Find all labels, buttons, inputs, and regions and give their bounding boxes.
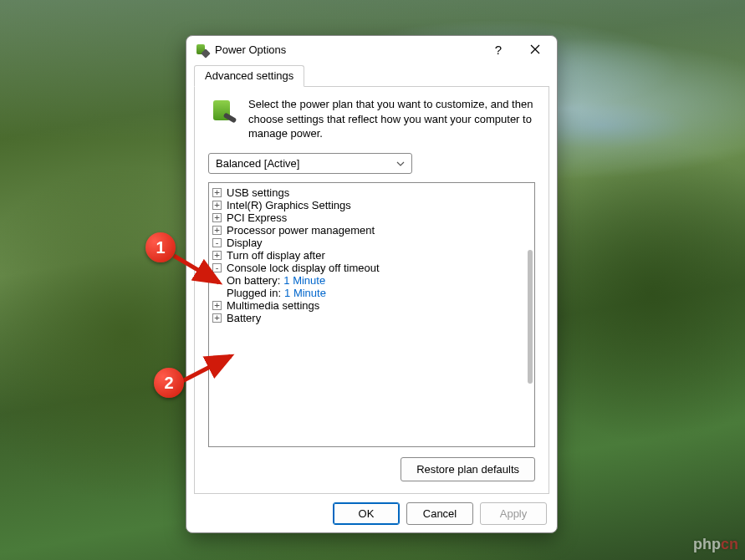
power-options-dialog: Power Options ? Advanced settings Select…: [186, 35, 558, 533]
chevron-down-icon: [396, 159, 405, 168]
svg-line-3: [182, 356, 231, 381]
close-icon: [530, 44, 540, 54]
power-plan-select[interactable]: Balanced [Active]: [208, 153, 412, 174]
tree-label: USB settings: [227, 186, 289, 199]
watermark-suffix: cn: [721, 536, 738, 552]
expand-icon[interactable]: +: [212, 301, 222, 310]
close-button[interactable]: [517, 37, 554, 62]
watermark-brand: php: [693, 536, 721, 552]
setting-value[interactable]: 1 Minute: [283, 274, 325, 287]
intro-text: Select the power plan that you want to c…: [248, 97, 535, 141]
help-icon: ?: [495, 43, 502, 57]
tree-label: Battery: [227, 312, 261, 324]
restore-row: Restore plan defaults: [208, 447, 535, 481]
power-icon: [195, 43, 208, 56]
apply-button: Apply: [480, 502, 547, 525]
tree-item-processor-power[interactable]: + Processor power management: [212, 224, 533, 237]
setting-value[interactable]: 1 Minute: [284, 287, 326, 299]
tree-item-intel-graphics[interactable]: + Intel(R) Graphics Settings: [212, 199, 533, 211]
tree-label: Display: [227, 237, 263, 249]
tree-item-turn-off-display[interactable]: + Turn off display after: [212, 249, 533, 262]
help-button[interactable]: ?: [480, 37, 517, 62]
tree-label: Turn off display after: [227, 249, 325, 262]
collapse-icon[interactable]: -: [212, 238, 222, 247]
annotation-arrow-1: [167, 251, 234, 293]
tree-item-battery[interactable]: + Battery: [212, 312, 533, 324]
intro: Select the power plan that you want to c…: [208, 97, 535, 141]
tree-item-display[interactable]: - Display: [212, 237, 533, 249]
expand-icon[interactable]: +: [212, 213, 222, 222]
tab-advanced-settings[interactable]: Advanced settings: [194, 65, 304, 87]
ok-button[interactable]: OK: [333, 502, 400, 525]
scrollbar-thumb[interactable]: [528, 250, 533, 384]
tree-item-multimedia[interactable]: + Multimedia settings: [212, 299, 533, 312]
tree-item-pci-express[interactable]: + PCI Express: [212, 211, 533, 224]
setting-label: Plugged in:: [227, 287, 281, 299]
tree-label: Intel(R) Graphics Settings: [227, 199, 351, 211]
power-plan-icon: [208, 97, 238, 127]
window-title: Power Options: [215, 43, 286, 56]
tree-label: Console lock display off timeout: [227, 262, 380, 274]
badge-label: 1: [156, 238, 165, 257]
tree-item-usb-settings[interactable]: + USB settings: [212, 186, 533, 199]
tree-label: Processor power management: [227, 224, 375, 237]
cancel-button[interactable]: Cancel: [406, 502, 473, 525]
badge-label: 2: [164, 374, 173, 393]
settings-tree[interactable]: + USB settings + Intel(R) Graphics Setti…: [208, 182, 535, 447]
tab-panel: Select the power plan that you want to c…: [194, 87, 549, 494]
annotation-arrow-2: [179, 348, 246, 389]
setting-label: On battery:: [227, 274, 280, 287]
power-plan-selected: Balanced [Active]: [216, 157, 299, 170]
tree-label: PCI Express: [227, 211, 287, 224]
expand-icon[interactable]: +: [212, 226, 222, 235]
tree-item-on-battery[interactable]: On battery: 1 Minute: [212, 274, 533, 287]
expand-icon[interactable]: +: [212, 201, 222, 210]
watermark: phpcn: [693, 536, 738, 553]
annotation-badge-2: 2: [154, 368, 184, 398]
dialog-footer: OK Cancel Apply: [186, 494, 557, 532]
expand-icon[interactable]: +: [212, 313, 222, 323]
tree-label: Multimedia settings: [227, 299, 319, 312]
tree-item-plugged-in[interactable]: Plugged in: 1 Minute: [212, 287, 533, 299]
restore-defaults-button[interactable]: Restore plan defaults: [401, 457, 535, 481]
titlebar: Power Options ?: [186, 36, 557, 63]
annotation-badge-1: 1: [145, 232, 176, 262]
svg-line-2: [174, 256, 219, 283]
expand-icon[interactable]: +: [212, 188, 222, 197]
tabstrip: Advanced settings: [186, 63, 557, 87]
tree-item-console-lock-timeout[interactable]: - Console lock display off timeout: [212, 262, 533, 274]
